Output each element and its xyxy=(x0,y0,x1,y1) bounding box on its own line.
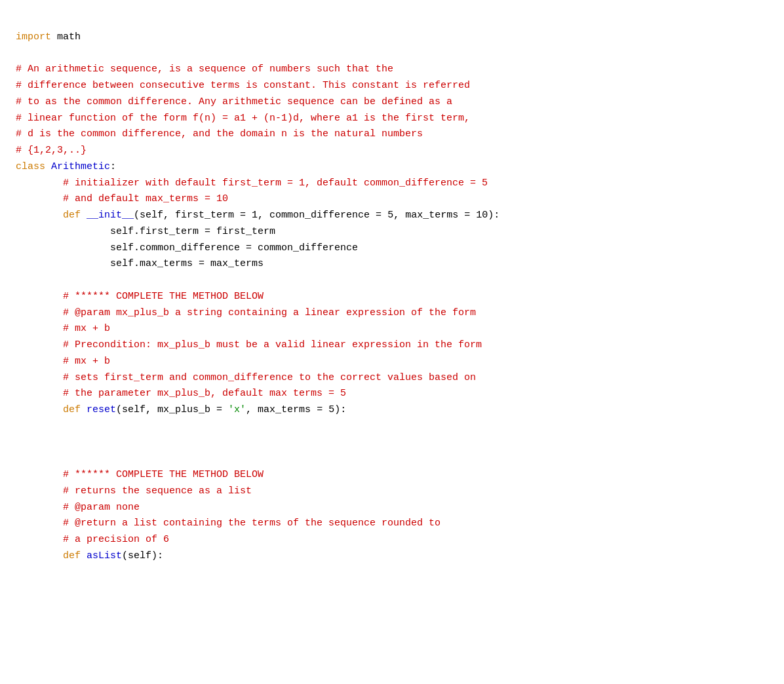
code-token-kw: def xyxy=(63,550,81,561)
code-line: # {1,2,3,..} xyxy=(16,143,768,159)
code-token-nm: self.common_difference = common_differen… xyxy=(16,242,358,254)
code-token-nm xyxy=(16,485,63,497)
code-line: # initializer with default first_term = … xyxy=(16,176,768,192)
code-token-cm: # sets first_term and common_difference … xyxy=(63,372,476,383)
code-line: # Precondition: mx_plus_b must be a vali… xyxy=(16,337,768,354)
code-token-cm: # mx + b xyxy=(63,356,110,367)
code-token-kw: import xyxy=(16,31,51,43)
code-token-nm: (self, first_term = 1, common_difference… xyxy=(134,210,500,221)
code-line xyxy=(16,435,768,451)
code-token-nm xyxy=(16,388,63,399)
code-line: import math xyxy=(16,29,768,46)
code-line: # linear function of the form f(n) = a1 … xyxy=(16,111,768,127)
code-line: class Arithmetic: xyxy=(16,159,768,176)
code-token-kw: class xyxy=(16,161,45,172)
code-token-nm xyxy=(81,210,87,221)
code-token-kw: def xyxy=(63,404,81,415)
code-token-cm: # An arithmetic sequence, is a sequence … xyxy=(16,64,393,75)
code-token-cm: # linear function of the form f(n) = a1 … xyxy=(16,113,470,124)
code-token-cm: # d is the common difference, and the do… xyxy=(16,128,423,140)
code-line: # @param mx_plus_b a string containing a… xyxy=(16,305,768,322)
code-line: # sets first_term and common_difference … xyxy=(16,370,768,387)
code-token-kw: def xyxy=(63,210,81,221)
code-line: # a precision of 6 xyxy=(16,532,768,548)
code-line xyxy=(16,419,768,435)
code-line: def reset(self, mx_plus_b = 'x', max_ter… xyxy=(16,402,768,419)
code-token-nm xyxy=(16,210,63,221)
code-token-nm xyxy=(16,534,63,545)
code-token-nm xyxy=(16,291,63,302)
code-line: # An arithmetic sequence, is a sequence … xyxy=(16,62,768,78)
code-token-nm: self.first_term = first_term xyxy=(16,226,275,237)
code-token-id: __init__ xyxy=(87,210,134,221)
code-token-nm xyxy=(16,178,63,189)
code-token-nm xyxy=(45,161,51,172)
code-token-nm xyxy=(16,307,63,318)
code-token-cm: # difference between consecutive terms i… xyxy=(16,80,470,91)
code-token-cm: # @param mx_plus_b a string containing a… xyxy=(63,307,476,318)
code-token-nm: : xyxy=(110,161,116,172)
code-line: # mx + b xyxy=(16,321,768,337)
code-line: # mx + b xyxy=(16,354,768,370)
code-editor: import math # An arithmetic sequence, is… xyxy=(16,13,768,565)
code-line: # returns the sequence as a list xyxy=(16,484,768,500)
code-line: # ****** COMPLETE THE METHOD BELOW xyxy=(16,289,768,305)
code-token-cm: # @param none xyxy=(63,502,140,513)
code-token-nm xyxy=(16,339,63,351)
code-token-nm: math xyxy=(51,31,81,43)
code-line: # to as the common difference. Any arith… xyxy=(16,94,768,111)
code-token-nm xyxy=(16,469,63,480)
code-token-nm xyxy=(16,550,63,561)
code-token-nm xyxy=(16,502,63,513)
code-line xyxy=(16,273,768,289)
code-line: self.first_term = first_term xyxy=(16,224,768,240)
code-line: # d is the common difference, and the do… xyxy=(16,126,768,143)
code-token-nm xyxy=(16,372,63,383)
code-line: def __init__(self, first_term = 1, commo… xyxy=(16,208,768,224)
code-token-cm: # mx + b xyxy=(63,323,110,334)
code-token-nm xyxy=(16,518,63,529)
code-token-nm: , max_terms = 5): xyxy=(246,404,346,415)
code-line: def asList(self): xyxy=(16,548,768,565)
code-token-cm: # and default max_terms = 10 xyxy=(63,193,228,204)
code-token-cm: # the parameter mx_plus_b, default max t… xyxy=(63,388,346,399)
code-line: # difference between consecutive terms i… xyxy=(16,78,768,94)
code-line: # @return a list containing the terms of… xyxy=(16,516,768,532)
code-line: self.common_difference = common_differen… xyxy=(16,240,768,257)
code-line xyxy=(16,46,768,62)
code-line: # @param none xyxy=(16,500,768,516)
code-token-nm xyxy=(16,193,63,204)
code-token-cm: # {1,2,3,..} xyxy=(16,145,87,156)
code-token-id: asList xyxy=(87,550,122,561)
code-line: # ****** COMPLETE THE METHOD BELOW xyxy=(16,467,768,484)
code-token-nm: (self, mx_plus_b = xyxy=(116,404,228,415)
code-token-nm xyxy=(81,550,87,561)
code-token-cm: # initializer with default first_term = … xyxy=(63,178,488,189)
code-token-cm: # a precision of 6 xyxy=(63,534,169,545)
code-token-nm xyxy=(16,404,63,415)
code-line: # and default max_terms = 10 xyxy=(16,191,768,208)
code-token-cm: # Precondition: mx_plus_b must be a vali… xyxy=(63,339,482,351)
code-token-cm: # to as the common difference. Any arith… xyxy=(16,96,452,107)
code-token-nm xyxy=(16,323,63,334)
code-token-nm: self.max_terms = max_terms xyxy=(16,258,264,269)
code-token-nm: (self): xyxy=(122,550,163,561)
code-token-nm xyxy=(81,404,87,415)
code-token-cm: # @return a list containing the terms of… xyxy=(63,518,441,529)
code-token-cm: # returns the sequence as a list xyxy=(63,485,252,497)
code-token-cm: # ****** COMPLETE THE METHOD BELOW xyxy=(63,469,264,480)
code-line: # the parameter mx_plus_b, default max t… xyxy=(16,386,768,402)
code-line: self.max_terms = max_terms xyxy=(16,256,768,273)
code-line xyxy=(16,451,768,467)
code-token-id: reset xyxy=(87,404,116,415)
code-token-cm: # ****** COMPLETE THE METHOD BELOW xyxy=(63,291,264,302)
code-token-id: Arithmetic xyxy=(51,161,110,172)
code-token-nm xyxy=(16,356,63,367)
code-token-st: 'x' xyxy=(228,404,246,415)
